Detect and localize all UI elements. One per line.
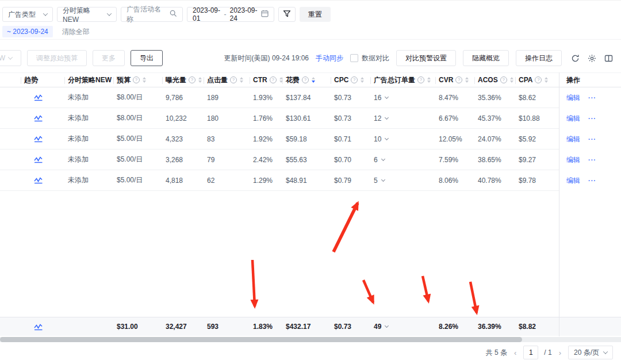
edit-link[interactable]: 编辑: [566, 114, 580, 124]
campaign-search-field[interactable]: 广告活动名称: [121, 7, 183, 22]
column-settings-icon[interactable]: [604, 54, 613, 63]
help-icon[interactable]: ?: [270, 76, 277, 83]
prev-page-button[interactable]: ‹: [513, 348, 518, 357]
compare-alert-settings-button[interactable]: 对比预警设置: [396, 50, 456, 66]
data-compare-checkbox[interactable]: [350, 54, 358, 62]
trend-chart-icon[interactable]: [21, 135, 64, 143]
table-toolbar: NEW 调整原始预算 更多 导出 更新时间(美国) 09-24 19:06 手动…: [0, 40, 621, 72]
expand-chevron-icon[interactable]: [385, 115, 389, 119]
active-filter-tag[interactable]: ~ 2023-09-24: [2, 26, 53, 37]
expand-chevron-icon[interactable]: [381, 156, 385, 160]
sort-control[interactable]: [240, 77, 243, 83]
date-range-picker[interactable]: 2023-09-01 - 2023-09-24: [187, 7, 274, 22]
col-header-clicks[interactable]: 点击量?: [204, 73, 250, 87]
trend-chart-icon[interactable]: [21, 176, 64, 185]
more-button[interactable]: 更多: [93, 50, 125, 66]
more-actions-icon[interactable]: ···: [588, 136, 596, 143]
col-header-cpa[interactable]: CPA?: [515, 73, 559, 87]
spend-cell: $137.84: [282, 94, 331, 102]
col-header-cpc[interactable]: CPC?: [331, 73, 370, 87]
sort-control[interactable]: [427, 77, 431, 83]
sort-control-active-desc[interactable]: [312, 77, 315, 83]
strategy-cell: 未添加: [64, 155, 113, 164]
clear-all-link[interactable]: 清除全部: [62, 27, 90, 37]
help-icon[interactable]: ?: [417, 76, 424, 83]
orders-cell[interactable]: 5: [370, 177, 435, 185]
orders-cell[interactable]: 6: [370, 156, 435, 164]
chevron-down-icon: [43, 11, 48, 16]
row-actions: 编辑···: [559, 129, 621, 150]
chevron-down-icon: [603, 349, 608, 354]
orders-cell[interactable]: 10: [370, 135, 435, 143]
adjust-original-budget-button[interactable]: 调整原始预算: [27, 50, 87, 66]
table-row: 未添加 $5.00/日 4,818 62 1.29% $48.91 $0.79 …: [0, 170, 559, 191]
expand-chevron-icon[interactable]: [381, 177, 385, 181]
current-page-input[interactable]: 1: [523, 346, 538, 359]
help-icon[interactable]: ?: [133, 76, 140, 83]
expand-chevron-icon[interactable]: [385, 136, 389, 140]
manual-sync-link[interactable]: 手动同步: [316, 53, 343, 63]
clipped-strategy-button[interactable]: NEW: [0, 50, 21, 66]
trend-chart-icon[interactable]: [21, 114, 64, 122]
col-header-acos[interactable]: ACOS?: [474, 73, 515, 87]
refresh-icon[interactable]: [571, 54, 580, 63]
clicks-cell: 180: [204, 114, 250, 122]
help-icon[interactable]: ?: [455, 76, 462, 83]
more-actions-icon[interactable]: ···: [588, 177, 596, 184]
help-icon[interactable]: ?: [500, 76, 507, 83]
reset-button[interactable]: 重置: [300, 7, 331, 22]
strategy-select[interactable]: 分时策略NEW: [57, 7, 117, 22]
edit-link[interactable]: 编辑: [566, 135, 580, 144]
more-actions-icon[interactable]: ···: [588, 94, 596, 101]
help-icon[interactable]: ?: [189, 76, 195, 83]
sort-control[interactable]: [545, 77, 548, 83]
sort-control[interactable]: [361, 77, 364, 83]
ad-type-select[interactable]: 广告类型: [2, 7, 53, 22]
filter-funnel-button[interactable]: [278, 7, 296, 22]
budget-cell: $8.00/日: [113, 113, 162, 123]
col-header-budget[interactable]: 预算?: [113, 73, 162, 87]
col-header-impressions[interactable]: 曝光量?: [162, 73, 204, 87]
orders-cell[interactable]: 16: [370, 94, 435, 102]
campaign-table: 趋势 分时策略NEW 预算? 曝光量? 点击量? CTR? 花费? CPC? 广…: [0, 72, 621, 336]
date-start: 2023-09-01: [193, 6, 221, 22]
orders-cell[interactable]: 12: [370, 114, 435, 122]
col-header-orders[interactable]: 广告总订单量?: [370, 73, 435, 87]
data-compare-checkbox-wrap[interactable]: 数据对比: [350, 53, 389, 63]
sort-control[interactable]: [510, 77, 513, 83]
summary-acos: 36.39%: [474, 323, 515, 331]
hide-overview-button[interactable]: 隐藏概览: [463, 50, 509, 66]
help-icon[interactable]: ?: [230, 76, 237, 83]
horizontal-scrollbar-thumb[interactable]: [0, 337, 522, 342]
more-actions-icon[interactable]: ···: [588, 156, 596, 163]
trend-chart-icon[interactable]: [21, 93, 64, 102]
row-actions: 编辑···: [559, 108, 621, 129]
col-header-spend[interactable]: 花费?: [282, 73, 331, 87]
export-button[interactable]: 导出: [131, 50, 163, 66]
col-header-cvr[interactable]: CVR?: [435, 73, 474, 87]
edit-link[interactable]: 编辑: [566, 93, 580, 103]
horizontal-scrollbar-track[interactable]: [0, 337, 621, 342]
expand-chevron-icon[interactable]: [385, 94, 389, 98]
sort-control[interactable]: [143, 77, 146, 83]
edit-link[interactable]: 编辑: [566, 176, 580, 186]
trend-chart-icon[interactable]: [21, 155, 64, 164]
chevron-down-icon: [107, 11, 112, 16]
edit-link[interactable]: 编辑: [566, 155, 580, 165]
gear-icon[interactable]: [588, 54, 596, 63]
expand-chevron-icon[interactable]: [385, 324, 389, 328]
help-icon[interactable]: ?: [351, 76, 358, 83]
sort-control[interactable]: [198, 77, 202, 83]
col-header-ctr[interactable]: CTR?: [250, 73, 282, 87]
trend-chart-icon[interactable]: [21, 323, 64, 331]
next-page-button[interactable]: ›: [558, 348, 562, 357]
summary-orders[interactable]: 49: [370, 323, 435, 331]
help-icon[interactable]: ?: [302, 76, 309, 83]
help-icon[interactable]: ?: [535, 76, 542, 83]
sort-control[interactable]: [465, 77, 469, 83]
page-size-select[interactable]: 20 条/页: [568, 346, 613, 359]
ctr-cell: 1.92%: [250, 135, 282, 143]
more-actions-icon[interactable]: ···: [588, 115, 596, 122]
summary-cvr: 8.26%: [435, 323, 474, 331]
operation-log-button[interactable]: 操作日志: [516, 50, 562, 66]
